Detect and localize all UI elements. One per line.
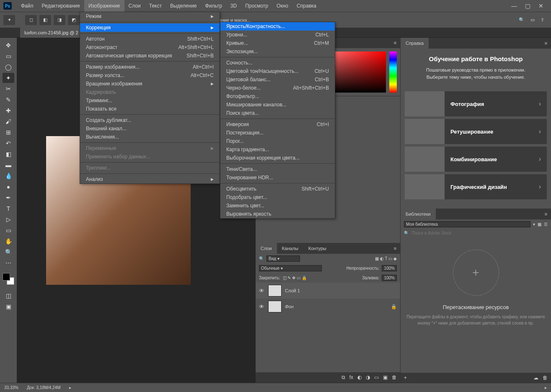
close-button[interactable]: ✕	[536, 2, 546, 10]
library-search[interactable]	[411, 231, 548, 235]
menu-item[interactable]: Тримминг...	[80, 96, 220, 105]
help-card[interactable]: Ретуширование ›	[405, 119, 547, 144]
brush-tool[interactable]: 🖌	[3, 116, 14, 126]
lock-icons[interactable]: ◫ ✎ ✥ ▭ 🔒	[283, 276, 307, 280]
panel-menu-icon[interactable]: ≡	[541, 38, 551, 49]
path-select-tool[interactable]: ▷	[3, 214, 14, 224]
menu-item[interactable]: АвтотонShift+Ctrl+L	[80, 35, 220, 43]
fg-color[interactable]	[3, 273, 10, 281]
menu-item[interactable]: Цветовой баланс...Ctrl+B	[220, 75, 335, 84]
menu-файл[interactable]: Файл	[17, 0, 38, 12]
eraser-tool[interactable]: ◧	[3, 149, 14, 159]
search-icon[interactable]: 🔍	[519, 17, 525, 23]
document-tab[interactable]: luxfon.com-21458.jpg @ 2	[20, 28, 83, 38]
menu-item[interactable]: Выровнять яркость	[220, 210, 335, 218]
menu-item[interactable]: Тени/Света...	[220, 165, 335, 173]
screen-mode[interactable]: ▣	[3, 302, 14, 312]
menu-item[interactable]: АвтоконтрастAlt+Shift+Ctrl+L	[80, 43, 220, 52]
crop-tool[interactable]: ✂	[3, 84, 14, 94]
healing-tool[interactable]: ✚	[3, 106, 14, 116]
trash-icon[interactable]: 🗑	[392, 374, 397, 380]
menu-3d[interactable]: 3D	[226, 0, 241, 12]
help-card[interactable]: Фотография ›	[405, 91, 547, 116]
help-card[interactable]: Комбинирование ›	[405, 147, 547, 172]
add-asset-icon[interactable]: +	[404, 375, 407, 381]
visibility-icon[interactable]: 👁	[259, 288, 265, 294]
menu-item[interactable]: ОбесцветитьShift+Ctrl+U	[220, 185, 335, 193]
edit-toolbar[interactable]: ⋯	[3, 258, 14, 268]
menu-item[interactable]: Анализ▶	[80, 175, 220, 183]
add-icon[interactable]: +	[453, 250, 499, 296]
cloud-icon[interactable]: ☁	[533, 375, 538, 381]
menu-item[interactable]: Тонирование HDR...	[220, 173, 335, 182]
grid-view-icon[interactable]: ▦	[538, 222, 541, 227]
maximize-button[interactable]: ▢	[523, 2, 533, 10]
menu-item[interactable]: Коррекция▶	[80, 23, 220, 32]
menu-слои[interactable]: Слои	[124, 0, 145, 12]
menu-item[interactable]: ИнверсияCtrl+I	[220, 120, 335, 129]
menu-item[interactable]: Выборочная коррекция цвета...	[220, 154, 335, 162]
selection-sub[interactable]: ◨	[54, 15, 65, 25]
menu-item[interactable]: Фотофильтр...	[220, 92, 335, 101]
quick-select-tool[interactable]: ✦	[3, 73, 14, 83]
mask-icon[interactable]: ◐	[357, 374, 362, 380]
list-view-icon[interactable]: ☰	[544, 222, 548, 227]
tab-libraries[interactable]: Библиотеки	[401, 209, 436, 219]
menu-item[interactable]: Сочность...	[220, 59, 335, 67]
shape-tool[interactable]: ▭	[3, 225, 14, 235]
workspace-icon[interactable]: ▭	[530, 17, 535, 23]
menu-item[interactable]: Заменить цвет...	[220, 201, 335, 210]
layer-filter[interactable]: Вид ▾	[266, 255, 300, 262]
menu-item[interactable]: Цветовой тон/Насыщенность...Ctrl+U	[220, 67, 335, 75]
zoom-tool[interactable]: 🔍	[3, 247, 14, 257]
menu-выделение[interactable]: Выделение	[166, 0, 201, 12]
menu-просмотр[interactable]: Просмотр	[241, 0, 272, 12]
menu-item[interactable]: Постеризация...	[220, 129, 335, 137]
help-card[interactable]: Графический дизайн ›	[405, 174, 547, 199]
menu-item[interactable]: Вычисления...	[80, 133, 220, 141]
panel-menu-icon[interactable]: ≡	[390, 38, 400, 48]
menu-item[interactable]: Кривые...Ctrl+M	[220, 39, 335, 47]
menu-item[interactable]: Порог...	[220, 137, 335, 145]
menu-текст[interactable]: Текст	[145, 0, 166, 12]
menu-item[interactable]: Создать дубликат...	[80, 116, 220, 124]
tab-channels[interactable]: Каналы	[277, 243, 303, 254]
menu-item[interactable]: Автоматическая цветовая коррекцияShift+C…	[80, 52, 220, 60]
fill-value[interactable]: 100%	[382, 275, 397, 281]
stamp-tool[interactable]: ⊞	[3, 127, 14, 137]
tab-paths[interactable]: Контуры	[303, 243, 331, 254]
menu-item[interactable]: Режим▶	[80, 12, 220, 21]
link-layers-icon[interactable]: ⧉	[341, 374, 345, 380]
move-tool[interactable]: ✥	[3, 40, 14, 50]
blend-mode-select[interactable]: Обычные ▾	[259, 265, 322, 271]
type-tool[interactable]: T	[3, 204, 14, 214]
blur-tool[interactable]: 💧	[3, 171, 14, 181]
hand-tool[interactable]: ✋	[3, 236, 14, 246]
menu-item[interactable]: Карта градиента...	[220, 145, 335, 154]
library-drop-area[interactable]: + Перетаскивание ресурсов Перетащите фай…	[401, 237, 551, 330]
menu-окно[interactable]: Окно	[272, 0, 292, 12]
menu-item[interactable]: Уровни...Ctrl+L	[220, 31, 335, 39]
tab-layers[interactable]: Слои	[256, 243, 277, 254]
group-icon[interactable]: ▭	[374, 374, 379, 380]
lasso-tool[interactable]: ◯	[3, 62, 14, 72]
pen-tool[interactable]: ✒	[3, 193, 14, 203]
panel-menu-icon[interactable]: ≡	[390, 243, 400, 254]
menu-item[interactable]: Вращение изображения▶	[80, 80, 220, 88]
menu-item[interactable]: Внешний канал...	[80, 124, 220, 133]
hue-slider[interactable]	[389, 52, 397, 93]
panel-menu-icon[interactable]: ≡	[541, 209, 551, 219]
marquee-tool[interactable]: ▭	[3, 51, 14, 61]
gradient-tool[interactable]: ▬	[3, 160, 14, 170]
layer-row[interactable]: 👁 Фон 🔒	[256, 299, 400, 315]
menu-item[interactable]: Черно-белое...Alt+Shift+Ctrl+B	[220, 84, 335, 92]
trash-icon[interactable]: 🗑	[543, 375, 548, 381]
minimize-button[interactable]: —	[509, 2, 519, 10]
menu-item[interactable]: Размер холста...Alt+Ctrl+C	[80, 71, 220, 80]
menu-item[interactable]: Микширование каналов...	[220, 101, 335, 109]
selection-intersect[interactable]: ◩	[68, 15, 80, 25]
quick-mask[interactable]: ◫	[3, 291, 14, 301]
selection-new[interactable]: ◻	[25, 15, 37, 25]
menu-item[interactable]: Размер изображения...Alt+Ctrl+I	[80, 63, 220, 71]
menu-item[interactable]: Показать все	[80, 105, 220, 113]
